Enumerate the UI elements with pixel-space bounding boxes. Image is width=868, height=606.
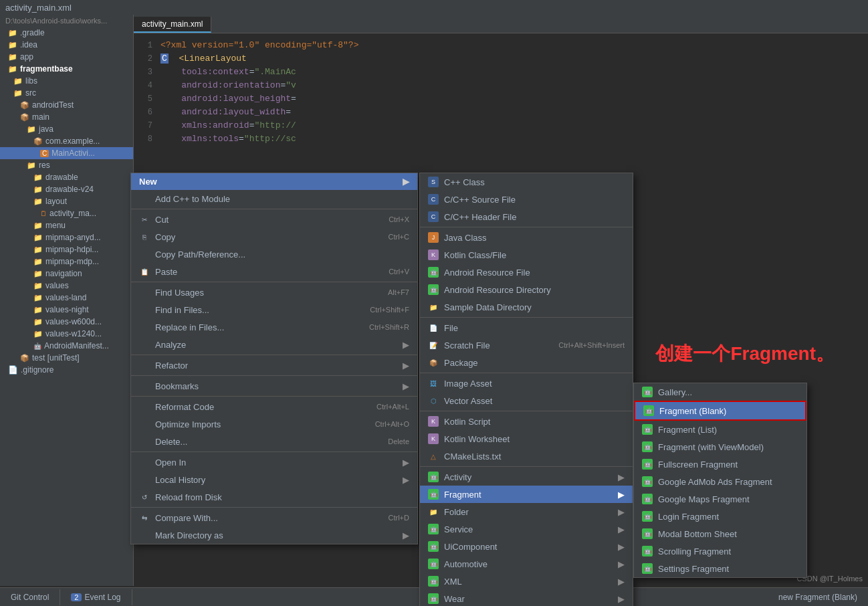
sidebar-item-menu[interactable]: 📁 menu — [0, 219, 133, 231]
kotlin-worksheet-icon: K — [428, 433, 439, 444]
sidebar-item-java[interactable]: 📁 java — [0, 123, 133, 135]
new-item-cpp-class[interactable]: S C++ Class — [420, 173, 633, 191]
separator — [131, 451, 417, 452]
ctx-reload[interactable]: ↺ Reload from Disk — [131, 488, 417, 506]
ctx-copy[interactable]: ⎘ Copy Ctrl+C — [131, 228, 417, 245]
sidebar-item-mipmap-hdpi[interactable]: 📁 mipmap-hdpi... — [0, 243, 133, 256]
sidebar-item-mipmap-mdp[interactable]: 📁 mipmap-mdp... — [0, 256, 133, 268]
ctx-copy-path[interactable]: Copy Path/Reference... — [131, 245, 417, 263]
kotlin-script-icon: K — [428, 416, 439, 427]
sidebar-item-drawable-v24[interactable]: 📁 drawable-v24 — [0, 183, 133, 195]
ctx-cut[interactable]: ✂ Cut Ctrl+X — [131, 211, 417, 228]
new-item-file[interactable]: 📄 File — [420, 319, 633, 336]
separator — [131, 209, 417, 209]
new-item-activity[interactable]: 🤖 Activity ▶ — [420, 468, 633, 486]
new-item-vector-asset[interactable]: ⬡ Vector Asset — [420, 392, 633, 409]
sidebar-item-src[interactable]: 📁 src — [0, 87, 133, 99]
fragment-fullscreen[interactable]: 🤖 Fullscreen Fragment — [634, 456, 806, 473]
ctx-compare[interactable]: ⇆ Compare With... Ctrl+D — [131, 509, 417, 526]
sidebar-item-values-w1240[interactable]: 📁 values-w1240... — [0, 328, 133, 340]
cpp-source-icon: C — [428, 194, 439, 205]
sidebar-item-values-w600[interactable]: 📁 values-w600d... — [0, 316, 133, 328]
new-item-kotlin-class[interactable]: K Kotlin Class/File — [420, 246, 633, 264]
folder-icon: 📁 — [33, 197, 43, 206]
new-item-sample-data[interactable]: 📁 Sample Data Directory — [420, 298, 633, 316]
new-item-android-resource-file[interactable]: 🤖 Android Resource File — [420, 264, 633, 281]
sidebar-item-idea[interactable]: 📁 .idea — [0, 39, 133, 51]
fragment-gallery[interactable]: 🤖 Gallery... — [634, 383, 806, 401]
fragment-scrolling[interactable]: 🤖 Scrolling Fragment — [634, 542, 806, 560]
sidebar-item-main[interactable]: 📦 main — [0, 111, 133, 123]
ctx-optimize-imports[interactable]: Optimize Imports Ctrl+Alt+O — [131, 415, 417, 433]
ctx-add-cpp[interactable]: Add C++ to Module — [131, 190, 417, 207]
sidebar-item-res[interactable]: 📁 res — [0, 159, 133, 171]
fragment-maps[interactable]: 🤖 Google Maps Fragment — [634, 490, 806, 508]
ctx-find-files[interactable]: Find in Files... Ctrl+Shift+F — [131, 301, 417, 318]
sidebar-item-values[interactable]: 📁 values — [0, 280, 133, 292]
fragment-login[interactable]: 🤖 Login Fragment — [634, 508, 806, 525]
new-item-automotive[interactable]: 🤖 Automotive ▶ — [420, 555, 633, 573]
separator — [131, 282, 417, 282]
code-line-3: 3 tools:context=".MainAc — [134, 66, 868, 79]
sidebar-item-drawable[interactable]: 📁 drawable — [0, 171, 133, 183]
fragment-settings[interactable]: 🤖 Settings Fragment — [634, 560, 806, 577]
ctx-analyze[interactable]: Analyze ▶ — [131, 336, 417, 353]
separator — [131, 507, 417, 508]
ctx-reformat[interactable]: Reformat Code Ctrl+Alt+L — [131, 398, 417, 415]
sidebar-item-libs[interactable]: 📁 libs — [0, 75, 133, 87]
sidebar-item-gradle[interactable]: 📁 .gradle — [0, 27, 133, 39]
fragment-submenu: 🤖 Gallery... 🤖 Fragment (Blank) 🤖 Fragme… — [633, 383, 807, 578]
new-item-cpp-source[interactable]: C C/C++ Source File — [420, 191, 633, 208]
new-item-kotlin-worksheet[interactable]: K Kotlin Worksheet — [420, 430, 633, 447]
ctx-replace-files[interactable]: Replace in Files... Ctrl+Shift+R — [131, 318, 417, 336]
new-item-cmake[interactable]: △ CMakeLists.txt — [420, 447, 633, 465]
ctx-delete[interactable]: Delete... Delete — [131, 433, 417, 450]
sidebar-item-gitignore[interactable]: 📄 .gitignore — [0, 364, 133, 376]
new-item-java-class[interactable]: J Java Class — [420, 229, 633, 246]
sidebar-item-app[interactable]: 📁 app — [0, 51, 133, 63]
fragment-blank[interactable]: 🤖 Fragment (Blank) — [634, 401, 806, 421]
fragment-admob[interactable]: 🤖 Google AdMob Ads Fragment — [634, 473, 806, 490]
ctx-find-usages[interactable]: Find Usages Alt+F7 — [131, 284, 417, 301]
fragment-icon: 🤖 — [428, 489, 439, 500]
folder-icon: 📁 — [33, 173, 43, 182]
git-control-tab[interactable]: Git Control — [0, 589, 60, 605]
ctx-local-history[interactable]: Local History ▶ — [131, 471, 417, 488]
new-item-service[interactable]: 🤖 Service ▶ — [420, 520, 633, 538]
sidebar-item-test[interactable]: 📦 test [unitTest] — [0, 352, 133, 364]
new-item-scratch-file[interactable]: 📝 Scratch File Ctrl+Alt+Shift+Insert — [420, 336, 633, 354]
sidebar-item-androidtest[interactable]: 📦 androidTest — [0, 99, 133, 111]
ctx-open-in[interactable]: Open In ▶ — [131, 453, 417, 471]
sidebar-item-values-land[interactable]: 📁 values-land — [0, 292, 133, 304]
sidebar-item-navigation[interactable]: 📁 navigation — [0, 268, 133, 280]
sidebar-item-activity-xml[interactable]: 🗒 activity_ma... — [0, 207, 133, 219]
sidebar-item-fragmentbase[interactable]: 📁 fragmentbase — [0, 63, 133, 75]
sidebar-item-values-night[interactable]: 📁 values-night — [0, 304, 133, 316]
event-log-tab[interactable]: 2 Event Log — [60, 589, 132, 605]
sidebar-item-layout[interactable]: 📁 layout — [0, 195, 133, 207]
fragment-list[interactable]: 🤖 Fragment (List) — [634, 421, 806, 438]
new-item-xml[interactable]: 🤖 XML ▶ — [420, 573, 633, 590]
fragment-modal-bottom[interactable]: 🤖 Modal Bottom Sheet — [634, 525, 806, 542]
sidebar-item-comexample[interactable]: 📦 com.example... — [0, 135, 133, 147]
sidebar-item-androidmanifest[interactable]: 🤖 AndroidManifest... — [0, 340, 133, 352]
new-item-android-resource-dir[interactable]: 🤖 Android Resource Directory — [420, 281, 633, 298]
sidebar-item-mainactivity[interactable]: C MainActivi... — [0, 147, 133, 159]
new-item-folder[interactable]: 📁 Folder ▶ — [420, 503, 633, 520]
new-item-package[interactable]: 📦 Package — [420, 354, 633, 371]
new-item-fragment[interactable]: 🤖 Fragment ▶ — [420, 486, 633, 503]
new-item-image-asset[interactable]: 🖼 Image Asset — [420, 375, 633, 392]
ctx-mark-directory[interactable]: Mark Directory as ▶ — [131, 526, 417, 544]
fragment-modal-icon: 🤖 — [642, 528, 653, 539]
fragment-viewmodel[interactable]: 🤖 Fragment (with ViewModel) — [634, 438, 806, 456]
folder-icon: 📁 — [27, 125, 36, 134]
new-item-cpp-header[interactable]: C C/C++ Header File — [420, 208, 633, 225]
editor-tab-active[interactable]: activity_main.xml — [134, 17, 211, 33]
ctx-refactor[interactable]: Refactor ▶ — [131, 357, 417, 374]
new-item-wear[interactable]: 🤖 Wear ▶ — [420, 590, 633, 606]
new-item-kotlin-script[interactable]: K Kotlin Script — [420, 413, 633, 430]
sidebar-item-mipmap-anyd[interactable]: 📁 mipmap-anyd... — [0, 231, 133, 243]
ctx-paste[interactable]: 📋 Paste Ctrl+V — [131, 263, 417, 280]
ctx-bookmarks[interactable]: Bookmarks ▶ — [131, 377, 417, 395]
new-item-uicomponent[interactable]: 🤖 UiComponent ▶ — [420, 538, 633, 555]
